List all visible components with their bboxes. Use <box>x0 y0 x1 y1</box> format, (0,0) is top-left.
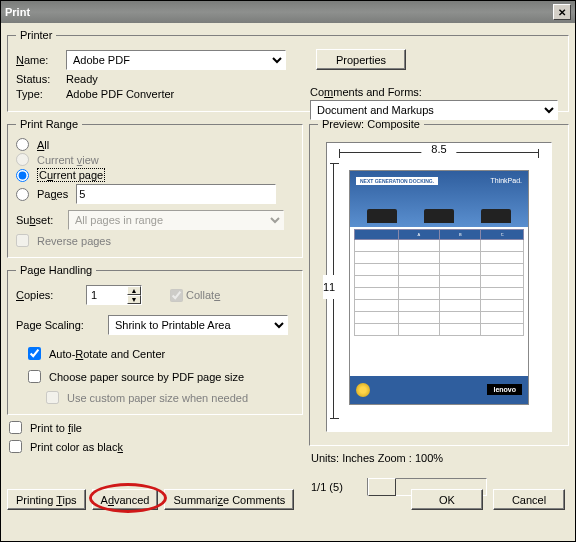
print-color-black-label: Print color as black <box>30 441 123 453</box>
choose-paper-label: Choose paper source by PDF page size <box>49 371 244 383</box>
preview-box: 8.5 11 NEXT GENERATION DOCKING. ThinkPad… <box>326 142 552 432</box>
print-range-group: Print Range All Current view Current pag… <box>7 118 303 258</box>
print-dialog: Print ✕ Printer Name: Adobe PDF Status: … <box>0 0 576 542</box>
print-to-file-label: Print to file <box>30 422 82 434</box>
printer-legend: Printer <box>16 29 56 41</box>
copies-spinner[interactable]: ▲ ▼ <box>86 285 142 305</box>
custom-paper-check <box>46 391 59 404</box>
preview-legend: Preview: Composite <box>318 118 424 130</box>
preview-page: NEXT GENERATION DOCKING. ThinkPad. ABC <box>349 170 529 405</box>
close-button[interactable]: ✕ <box>553 4 571 20</box>
status-label: Status: <box>16 73 66 85</box>
scaling-select[interactable]: Shrink to Printable Area <box>108 315 288 335</box>
dock-image <box>424 209 454 223</box>
close-icon: ✕ <box>558 7 566 18</box>
scaling-label: Page Scaling: <box>16 319 108 331</box>
auto-rotate-check[interactable] <box>28 347 41 360</box>
type-value: Adobe PDF Converter <box>66 88 174 100</box>
printer-group: Printer Name: Adobe PDF Status: Ready Ty… <box>7 29 569 112</box>
summarize-comments-button[interactable]: Summarize Comments <box>164 489 294 510</box>
window-title: Print <box>5 6 30 18</box>
page-info: 1/1 (5) <box>311 481 343 493</box>
advanced-button[interactable]: Advanced <box>92 489 159 510</box>
custom-paper-label: Use custom paper size when needed <box>67 392 248 404</box>
print-color-black-check[interactable] <box>9 440 22 453</box>
range-pages-radio[interactable] <box>16 188 29 201</box>
range-currentpage-radio[interactable] <box>16 169 29 182</box>
titlebar[interactable]: Print ✕ <box>1 1 575 23</box>
preview-height: 11 <box>323 275 335 299</box>
subset-label: Subset: <box>16 214 68 226</box>
doc-brand: ThinkPad. <box>490 177 522 184</box>
type-label: Type: <box>16 88 66 100</box>
ok-button[interactable]: OK <box>411 489 483 510</box>
range-all-radio[interactable] <box>16 138 29 151</box>
range-currentview-radio <box>16 153 29 166</box>
units-zoom: Units: Inches Zoom : 100% <box>311 452 567 464</box>
preview-group: Preview: Composite 8.5 11 NEXT GENERATIO… <box>309 118 569 446</box>
copies-label: Copies: <box>16 289 86 301</box>
spinner-down-icon[interactable]: ▼ <box>127 295 141 304</box>
page-handling-legend: Page Handling <box>16 264 96 276</box>
comments-label: Comments and Forms: <box>310 86 560 98</box>
print-to-file-check[interactable] <box>9 421 22 434</box>
printing-tips-button[interactable]: Printing Tips <box>7 489 86 510</box>
reverse-pages-label: Reverse pages <box>37 235 111 247</box>
range-currentview-label: Current view <box>37 154 99 166</box>
name-label: Name: <box>16 54 66 66</box>
preview-width: 8.5 <box>421 143 456 155</box>
pages-input[interactable] <box>76 184 276 204</box>
range-pages-label: Pages <box>37 188 68 200</box>
doc-table: ABC <box>354 229 524 336</box>
print-range-legend: Print Range <box>16 118 82 130</box>
status-value: Ready <box>66 73 98 85</box>
auto-rotate-label: Auto-Rotate and Center <box>49 348 165 360</box>
sun-icon <box>356 383 370 397</box>
printer-name-select[interactable]: Adobe PDF <box>66 50 286 70</box>
cancel-button[interactable]: Cancel <box>493 489 565 510</box>
lenovo-logo: lenovo <box>487 384 522 395</box>
properties-button[interactable]: Properties <box>316 49 406 70</box>
collate-check <box>170 289 183 302</box>
dock-image <box>481 209 511 223</box>
collate-label: Collate <box>186 289 220 301</box>
subset-select: All pages in range <box>68 210 284 230</box>
copies-input[interactable] <box>87 286 127 304</box>
comments-select[interactable]: Document and Markups <box>310 100 558 120</box>
choose-paper-check[interactable] <box>28 370 41 383</box>
doc-headline: NEXT GENERATION DOCKING. <box>356 177 438 185</box>
spinner-up-icon[interactable]: ▲ <box>127 286 141 295</box>
range-all-label: All <box>37 139 49 151</box>
page-handling-group: Page Handling Copies: ▲ ▼ Collate <box>7 264 303 415</box>
dock-image <box>367 209 397 223</box>
range-currentpage-label: Current page <box>37 168 105 182</box>
reverse-pages-check <box>16 234 29 247</box>
slider-thumb[interactable] <box>368 478 396 496</box>
